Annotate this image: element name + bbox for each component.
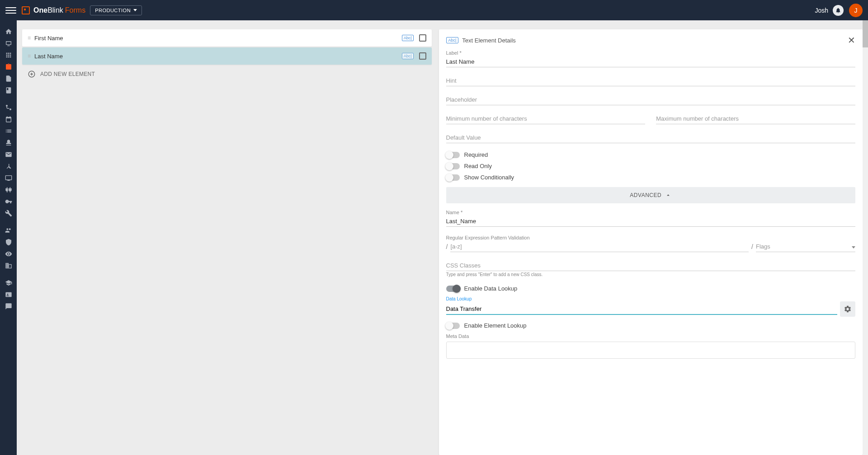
hamburger-menu-icon[interactable] <box>5 5 16 16</box>
caret-down-icon <box>133 9 137 11</box>
logo-forms: Forms <box>65 6 85 14</box>
environment-label: PRODUCTION <box>95 8 131 13</box>
logo-icon <box>22 6 30 14</box>
user-avatar[interactable]: J <box>849 4 863 17</box>
notifications-button[interactable] <box>833 5 844 16</box>
environment-dropdown[interactable]: PRODUCTION <box>90 5 142 15</box>
user-name: Josh <box>815 7 828 14</box>
bell-icon <box>835 7 841 14</box>
logo-blink: Blink <box>47 6 63 14</box>
app-header: OneBlinkForms PRODUCTION Josh J <box>0 0 868 20</box>
logo-one: One <box>33 6 47 14</box>
logo-text: OneBlinkForms <box>33 6 85 14</box>
